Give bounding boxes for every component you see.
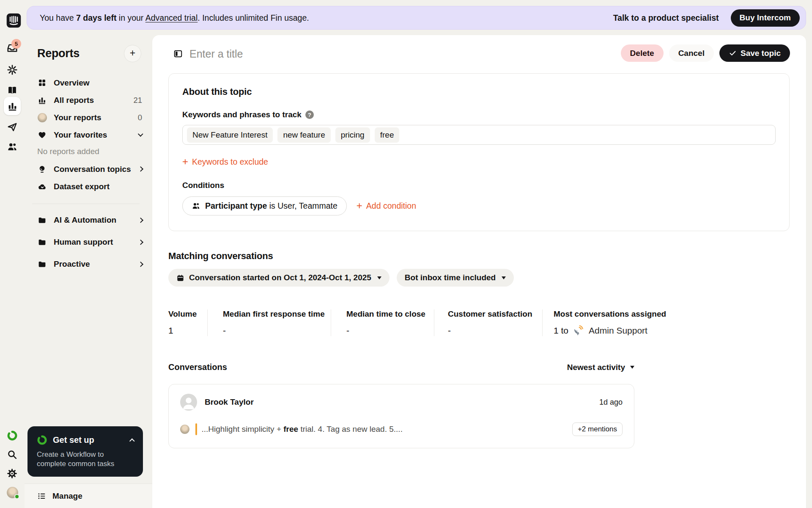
- bot-inbox-label: Bot inbox time included: [405, 273, 496, 282]
- sidebar-item-conversation-topics[interactable]: Conversation topics: [25, 160, 152, 178]
- add-condition-link[interactable]: Add condition: [357, 201, 416, 211]
- date-range-label: Conversation started on Oct 1, 2024-Oct …: [189, 273, 371, 282]
- message-preview: ...Highlight simplicity + free trial. 4.…: [202, 425, 403, 434]
- condition-value: is User, Teammate: [267, 201, 337, 210]
- your-reports-count: 0: [138, 113, 142, 122]
- plus-icon: [182, 157, 188, 167]
- conversation-time: 1d ago: [599, 398, 623, 407]
- bot-inbox-filter[interactable]: Bot inbox time included: [397, 269, 514, 287]
- folder-icon: [37, 260, 47, 269]
- keyword-tag[interactable]: free: [375, 127, 400, 143]
- stat-value: -: [448, 326, 542, 336]
- mentions-badge[interactable]: +2 mentions: [572, 422, 623, 436]
- highlighted-keyword: free: [283, 425, 298, 433]
- keywords-input[interactable]: New Feature Interest new feature pricing…: [182, 125, 776, 145]
- sidebar-item-your-reports[interactable]: Your reports 0: [25, 109, 152, 126]
- chevron-right-icon: [138, 166, 143, 171]
- chevron-up-icon[interactable]: [129, 439, 134, 444]
- collapse-sidebar-icon[interactable]: [173, 49, 183, 58]
- knowledge-book-icon[interactable]: [7, 85, 18, 96]
- setup-card-title: Get set up: [53, 435, 94, 445]
- sidebar-folder-proactive[interactable]: Proactive: [25, 253, 152, 275]
- talk-to-specialist-link[interactable]: Talk to a product specialist: [613, 13, 719, 23]
- check-icon: [729, 49, 737, 57]
- search-icon[interactable]: [7, 449, 18, 460]
- keyword-tag[interactable]: New Feature Interest: [187, 127, 273, 143]
- sidebar-folder-human-support[interactable]: Human support: [25, 231, 152, 253]
- stat-most-conversations-assigned: Most conversations assigned 1 to Admin S…: [554, 309, 666, 336]
- stat-median-first-response: Median first response time -: [223, 309, 331, 336]
- topic-title-input[interactable]: [189, 45, 460, 62]
- chevron-right-icon: [138, 240, 143, 245]
- cancel-button[interactable]: Cancel: [669, 44, 714, 62]
- get-set-up-card[interactable]: Get set up Create a Workflow to complete…: [27, 426, 143, 477]
- app-rail: 5: [0, 0, 25, 508]
- outbound-send-icon[interactable]: [7, 121, 18, 133]
- sidebar-item-dataset-export[interactable]: Dataset export: [25, 178, 152, 195]
- keyword-tag[interactable]: pricing: [335, 127, 370, 143]
- sidebar-folder-ai-automation[interactable]: AI & Automation: [25, 209, 152, 231]
- sidebar-item-label: Conversation topics: [54, 165, 131, 174]
- sidebar-item-label: Your reports: [54, 113, 102, 122]
- stat-value: -: [346, 326, 434, 336]
- fin-ai-icon[interactable]: [7, 64, 18, 75]
- help-icon[interactable]: [305, 110, 314, 119]
- all-reports-count: 21: [133, 96, 142, 105]
- condition-pill[interactable]: Participant type is User, Teammate: [182, 196, 347, 215]
- heart-icon: [37, 130, 47, 140]
- grid-icon: [37, 78, 47, 88]
- conditions-label: Conditions: [182, 181, 776, 190]
- stat-median-time-to-close: Median time to close -: [346, 309, 434, 336]
- people-icon: [192, 202, 200, 210]
- sidebar-item-all-reports[interactable]: All reports 21: [25, 91, 152, 109]
- advanced-trial-link[interactable]: Advanced trial: [145, 13, 198, 22]
- caret-down-icon: [502, 276, 506, 279]
- user-avatar[interactable]: [7, 487, 18, 498]
- new-report-button[interactable]: [124, 45, 141, 62]
- delete-button[interactable]: Delete: [621, 44, 664, 62]
- manage-label: Manage: [52, 491, 82, 501]
- about-topic-title: About this topic: [182, 86, 776, 97]
- matching-conversations-title: Matching conversations: [168, 251, 790, 262]
- days-left: 7 days left: [76, 13, 116, 22]
- conversation-list-item[interactable]: Brook Taylor 1d ago ...Highlight simplic…: [168, 384, 634, 448]
- assigned-team-name: Admin Support: [589, 326, 647, 336]
- date-range-filter[interactable]: Conversation started on Oct 1, 2024-Oct …: [168, 269, 390, 287]
- contacts-people-icon[interactable]: [7, 141, 18, 152]
- reports-sidebar: Reports Overview: [25, 30, 152, 508]
- keywords-label: Keywords and phrases to track: [182, 110, 302, 119]
- calendar-icon: [176, 274, 184, 282]
- sidebar-item-label: AI & Automation: [54, 215, 116, 225]
- stats-row: Volume 1 Median first response time - Me…: [168, 309, 790, 336]
- setup-progress-ring-icon[interactable]: [7, 430, 18, 441]
- settings-gear-icon[interactable]: [7, 468, 18, 479]
- manage-button[interactable]: Manage: [25, 483, 152, 508]
- chevron-right-icon: [138, 218, 143, 223]
- progress-ring-icon: [37, 435, 47, 445]
- sidebar-item-overview[interactable]: Overview: [25, 74, 152, 91]
- buy-intercom-button[interactable]: Buy Intercom: [731, 9, 800, 27]
- sidebar-item-label: Your favorites: [54, 130, 107, 140]
- topic-editor-panel: Delete Cancel Save topic About this topi…: [152, 35, 806, 508]
- stat-value: 1: [168, 326, 207, 336]
- online-status-dot: [14, 494, 19, 499]
- no-reports-note: No reports added: [25, 144, 152, 160]
- cloud-export-icon: [37, 182, 47, 191]
- banner-text: You have 7 days left in your Advanced tr…: [40, 13, 309, 23]
- stat-volume: Volume 1: [168, 309, 208, 336]
- save-topic-button[interactable]: Save topic: [719, 44, 790, 62]
- sort-dropdown[interactable]: Newest activity: [567, 363, 634, 372]
- sidebar-item-your-favorites[interactable]: Your favorites: [25, 126, 152, 144]
- assigned-count: 1 to: [554, 326, 568, 336]
- caret-down-icon: [630, 366, 634, 369]
- keywords-to-exclude-link[interactable]: Keywords to exclude: [182, 157, 268, 167]
- avatar: [180, 394, 197, 411]
- stat-value: -: [223, 326, 331, 336]
- bar-chart-icon: [37, 95, 47, 105]
- sidebar-item-label: Proactive: [54, 260, 90, 269]
- reports-rail-item[interactable]: [4, 97, 21, 115]
- inbox-count-badge: 5: [11, 39, 21, 49]
- setup-card-description: Create a Workflow to complete common tas…: [37, 450, 126, 469]
- topic-bubble-icon: [37, 164, 47, 174]
- keyword-tag[interactable]: new feature: [277, 127, 330, 143]
